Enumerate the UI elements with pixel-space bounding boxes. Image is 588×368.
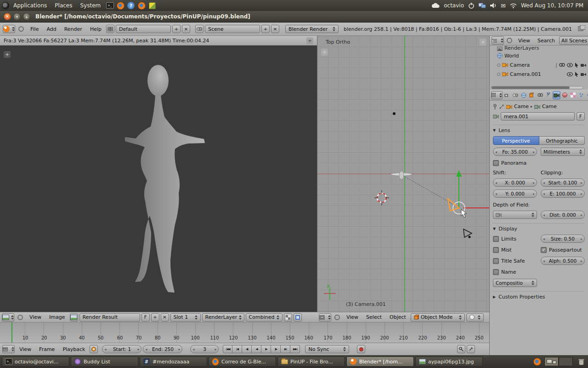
increment-icon[interactable]: ▸ bbox=[581, 259, 582, 263]
perspective-button[interactable]: Perspective bbox=[493, 136, 539, 145]
power-icon[interactable] bbox=[468, 2, 475, 9]
breadcrumb-data[interactable]: Came bbox=[542, 104, 557, 109]
decrement-icon[interactable]: ◂ bbox=[145, 347, 147, 351]
datablock-name-field[interactable]: mera.001 bbox=[501, 112, 575, 121]
slot-dropdown[interactable]: Slot 1 bbox=[170, 313, 201, 322]
image-new-button[interactable]: + bbox=[151, 313, 159, 322]
region-split-icon[interactable]: + bbox=[306, 37, 313, 44]
menu-file[interactable]: File bbox=[27, 26, 42, 32]
clip-start-field[interactable]: ◂Start: 0.100▸ bbox=[541, 178, 585, 187]
screen-layout-field[interactable]: Default bbox=[116, 25, 171, 33]
menu-search[interactable]: Search bbox=[534, 38, 558, 44]
lens-unit-dropdown[interactable]: Millimeters bbox=[541, 148, 585, 156]
outliner-horizontal-scrollbar[interactable] bbox=[491, 86, 583, 89]
firefox-launcher[interactable] bbox=[116, 1, 125, 10]
trash-applet[interactable] bbox=[577, 357, 586, 366]
outliner-scope-dropdown[interactable]: All Scenes bbox=[559, 36, 588, 45]
help-launcher[interactable]: ? bbox=[126, 1, 136, 10]
frame-back-button[interactable]: ◀| bbox=[242, 345, 252, 353]
screen-layout-browse-button[interactable] bbox=[106, 25, 114, 33]
taskbar-item-file-browser[interactable]: PinUP - File Bro... bbox=[277, 356, 345, 367]
dof-object-dropdown[interactable] bbox=[493, 211, 537, 219]
taskbar-item-irc[interactable]: ##mendozaaaa bbox=[140, 356, 207, 367]
menu-frame[interactable]: Frame bbox=[36, 346, 58, 352]
draw-alpha-toggle[interactable] bbox=[284, 313, 292, 322]
increment-icon[interactable]: ▸ bbox=[581, 192, 582, 196]
outliner-row-camera[interactable]: Camera | bbox=[490, 60, 588, 69]
collapse-menus-icon[interactable] bbox=[18, 26, 24, 32]
sync-dropdown[interactable]: No Sync bbox=[305, 345, 349, 353]
increment-icon[interactable]: ▸ bbox=[533, 192, 535, 196]
increment-icon[interactable]: ▸ bbox=[581, 237, 582, 241]
fake-user-button[interactable]: F bbox=[577, 112, 585, 121]
collapse-menus-icon[interactable] bbox=[507, 38, 512, 43]
menu-add[interactable]: Add bbox=[43, 26, 59, 32]
shift-x-field[interactable]: ◂X: 0.000▸ bbox=[493, 178, 537, 187]
menu-help[interactable]: Help bbox=[87, 26, 105, 32]
render-pass-dropdown[interactable]: Combined bbox=[246, 313, 283, 322]
renderable-camera-icon[interactable] bbox=[581, 63, 586, 67]
decrement-icon[interactable]: ◂ bbox=[495, 181, 497, 185]
draw-size-field[interactable]: ◂Size: 0.50▸ bbox=[541, 235, 585, 243]
region-plus-icon[interactable]: + bbox=[480, 39, 486, 46]
mist-row[interactable]: Mist bbox=[493, 246, 537, 254]
viewport-canvas[interactable]: Top Ortho + + y (3) Camera.001 bbox=[317, 36, 489, 312]
window-minimize-button[interactable]: ▾ bbox=[13, 13, 21, 20]
mode-dropdown[interactable]: Object Mode bbox=[411, 313, 465, 322]
decrement-icon[interactable]: ◂ bbox=[543, 192, 545, 196]
menu-select[interactable]: Select bbox=[363, 314, 385, 320]
decrement-icon[interactable]: ◂ bbox=[543, 213, 545, 217]
limits-checkbox[interactable] bbox=[493, 236, 499, 242]
display-panel-header[interactable]: ▼ Display bbox=[493, 223, 585, 232]
prev-keyframe-button[interactable]: |◀ bbox=[232, 345, 242, 353]
play-button[interactable]: ▶ bbox=[261, 345, 271, 353]
clip-end-field[interactable]: ◂E: 100.000▸ bbox=[541, 190, 585, 198]
shift-y-field[interactable]: ◂Y: 0.000▸ bbox=[493, 190, 537, 198]
selectable-arrow-icon[interactable] bbox=[575, 63, 579, 68]
dof-distance-field[interactable]: ◂Dist: 0.000▸ bbox=[541, 211, 585, 219]
region-plus-icon[interactable]: + bbox=[4, 51, 11, 58]
render-layer-dropdown[interactable]: RenderLayer bbox=[202, 313, 244, 322]
distro-logo-icon[interactable] bbox=[2, 2, 9, 9]
scene-add-button[interactable]: + bbox=[261, 25, 270, 33]
tab-render[interactable] bbox=[503, 91, 511, 99]
mail-icon[interactable]: ✉ bbox=[501, 2, 506, 9]
passepartout-checkbox[interactable]: ✓ bbox=[541, 247, 547, 253]
title-safe-checkbox[interactable] bbox=[493, 258, 499, 264]
browser-launcher-2[interactable] bbox=[137, 1, 146, 10]
decrement-icon[interactable]: ◂ bbox=[495, 192, 497, 196]
menu-object[interactable]: Object bbox=[386, 314, 409, 320]
play-reverse-button[interactable]: ◀ bbox=[252, 345, 261, 353]
passepartout-alpha-field[interactable]: ◂Alph: 0.500▸ bbox=[541, 257, 585, 265]
taskbar-item-blender[interactable]: Blender* [/hom... bbox=[346, 356, 414, 367]
taskbar-item-image-viewer[interactable]: aypapi06pg13.jpg bbox=[415, 356, 483, 367]
decrement-icon[interactable]: ◂ bbox=[104, 347, 106, 351]
increment-icon[interactable]: ▸ bbox=[533, 150, 535, 154]
workspace-1[interactable] bbox=[544, 357, 559, 366]
use-preview-range-toggle[interactable] bbox=[90, 345, 98, 353]
custom-properties-header[interactable]: ▶ Custom Properties bbox=[493, 291, 585, 300]
taskbar-item-terminal[interactable]: >_octavio@octavi... bbox=[2, 356, 69, 367]
image-unlink-button[interactable]: ✕ bbox=[161, 313, 169, 322]
limits-row[interactable]: Limits bbox=[493, 235, 537, 243]
wifi-icon[interactable] bbox=[510, 3, 517, 8]
screen-layout-delete-button[interactable]: ✕ bbox=[182, 25, 190, 33]
name-row[interactable]: Name bbox=[493, 268, 537, 276]
clock-label[interactable]: Wed Aug 10, 10:07 PM bbox=[521, 2, 583, 9]
next-keyframe-button[interactable]: ▶| bbox=[281, 345, 290, 353]
tab-particles[interactable] bbox=[577, 91, 585, 99]
decrement-icon[interactable]: ◂ bbox=[192, 347, 194, 351]
collapse-menus-icon[interactable] bbox=[17, 315, 23, 320]
frame-end-field[interactable]: ◂End: 250▸ bbox=[143, 345, 182, 353]
window-layout-icon[interactable] bbox=[578, 25, 585, 33]
username-label[interactable]: octavio bbox=[444, 2, 464, 9]
window-maximize-button[interactable]: ▴ bbox=[23, 13, 30, 20]
editor-type-selector[interactable] bbox=[2, 345, 15, 353]
name-checkbox[interactable] bbox=[493, 269, 499, 275]
increment-icon[interactable]: ▸ bbox=[215, 347, 216, 351]
gnumeric-launcher[interactable] bbox=[147, 1, 157, 10]
volume-icon[interactable] bbox=[490, 3, 497, 8]
decrement-icon[interactable]: ◂ bbox=[543, 237, 545, 241]
render-engine-dropdown[interactable]: Blender Render bbox=[285, 25, 339, 33]
increment-icon[interactable]: ▸ bbox=[533, 181, 535, 185]
